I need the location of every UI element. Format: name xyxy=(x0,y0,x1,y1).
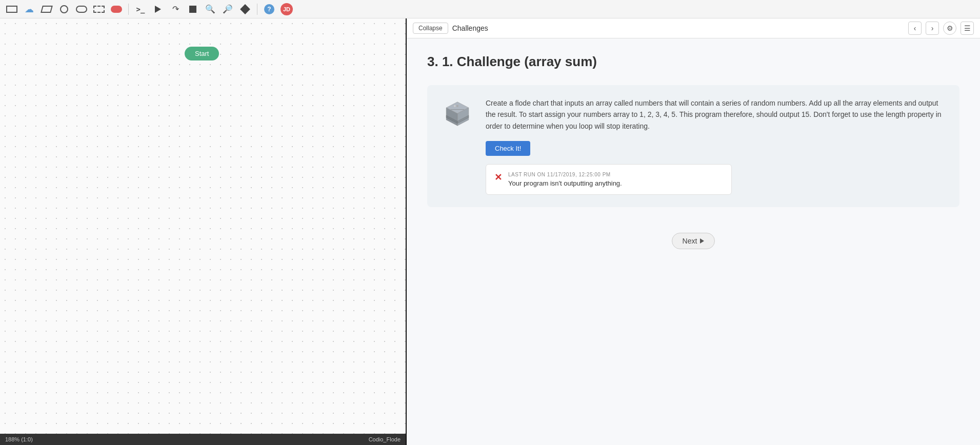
panel-next-button[interactable]: › xyxy=(926,22,939,35)
cloud-icon: ☁ xyxy=(25,4,34,15)
code-icon: >_ xyxy=(136,5,145,13)
challenge-description: Create a flode chart that inputs an arra… xyxy=(486,97,947,132)
tool-diamond[interactable] xyxy=(237,3,253,16)
start-node[interactable]: Start xyxy=(185,47,219,60)
tool-play[interactable] xyxy=(150,3,166,16)
panel-prev-button[interactable]: ‹ xyxy=(908,22,922,35)
tool-avatar[interactable]: JD xyxy=(279,3,294,16)
rounded-rect-icon xyxy=(76,6,87,13)
next-play-icon xyxy=(700,238,704,244)
challenge-card: Create a flode chart that inputs an arra… xyxy=(427,85,959,207)
status-bar: 188% (1:0) Codio_Flode xyxy=(0,434,406,445)
help-icon: ? xyxy=(264,4,274,14)
zoom-in-icon: 🔍 xyxy=(205,4,215,14)
tool-redo[interactable]: ↷ xyxy=(168,3,183,16)
redo-icon: ↷ xyxy=(172,4,179,14)
next-area: Next xyxy=(427,222,959,259)
check-it-button[interactable]: Check It! xyxy=(486,141,530,156)
parallelogram-icon xyxy=(41,6,53,13)
panel-title: Challenges xyxy=(452,24,904,32)
next-button[interactable]: Next xyxy=(672,233,715,249)
dashed-rect-icon xyxy=(93,6,105,13)
status-zoom: 188% (1:0) xyxy=(5,436,33,442)
toolbar-divider-2 xyxy=(257,4,257,15)
error-icon: ✕ xyxy=(494,172,502,183)
right-panel: Collapse Challenges ‹ › ⚙ ☰ 3. 1. Challe… xyxy=(407,18,980,445)
play-icon xyxy=(155,6,161,13)
toolbar-divider xyxy=(128,4,129,15)
diamond-icon xyxy=(240,4,250,14)
tool-dashed-rect[interactable] xyxy=(91,3,107,16)
rectangle-icon xyxy=(6,6,17,13)
panel-menu-button[interactable]: ☰ xyxy=(961,22,974,35)
next-label: Next xyxy=(683,237,697,245)
tool-parallelogram[interactable] xyxy=(39,3,54,16)
svg-rect-5 xyxy=(456,105,458,107)
tool-zoom-in[interactable]: 🔍 xyxy=(203,3,218,16)
terminal-icon xyxy=(111,6,122,13)
main-layout: Start 188% (1:0) Codio_Flode Collapse Ch… xyxy=(0,18,980,445)
tool-zoom-out[interactable]: 🔎 xyxy=(220,3,235,16)
panel-header: Collapse Challenges ‹ › ⚙ ☰ xyxy=(407,18,980,38)
circle-icon xyxy=(60,5,68,13)
toolbar: ☁ >_ ↷ 🔍 🔎 ? JD xyxy=(0,0,980,18)
tool-circle[interactable] xyxy=(56,3,72,16)
status-brand: Codio_Flode xyxy=(369,436,401,442)
svg-rect-4 xyxy=(454,105,456,107)
tool-rounded-rect[interactable] xyxy=(74,3,89,16)
challenge-body: Create a flode chart that inputs an arra… xyxy=(486,97,947,195)
panel-settings-button[interactable]: ⚙ xyxy=(943,22,956,35)
tool-cloud[interactable]: ☁ xyxy=(22,3,37,16)
error-content: LAST RUN on 11/17/2019, 12:25:00 PM Your… xyxy=(508,172,622,187)
challenge-title: 3. 1. Challenge (array sum) xyxy=(427,54,959,70)
canvas-area[interactable]: Start 188% (1:0) Codio_Flode xyxy=(0,18,407,445)
stop-icon xyxy=(189,6,196,13)
tool-terminal[interactable] xyxy=(109,3,124,16)
panel-content: 3. 1. Challenge (array sum) xyxy=(407,38,980,445)
error-box: ✕ LAST RUN on 11/17/2019, 12:25:00 PM Yo… xyxy=(486,164,732,195)
error-message: Your program isn't outputting anything. xyxy=(508,179,622,187)
tool-stop[interactable] xyxy=(185,3,201,16)
collapse-button[interactable]: Collapse xyxy=(413,23,448,34)
tool-rectangle[interactable] xyxy=(4,3,19,16)
tool-help[interactable]: ? xyxy=(262,3,277,16)
avatar-icon: JD xyxy=(281,3,293,15)
error-timestamp: LAST RUN on 11/17/2019, 12:25:00 PM xyxy=(508,172,622,177)
tool-code[interactable]: >_ xyxy=(133,3,148,16)
challenge-icon xyxy=(439,97,475,133)
zoom-out-icon: 🔎 xyxy=(223,4,233,14)
